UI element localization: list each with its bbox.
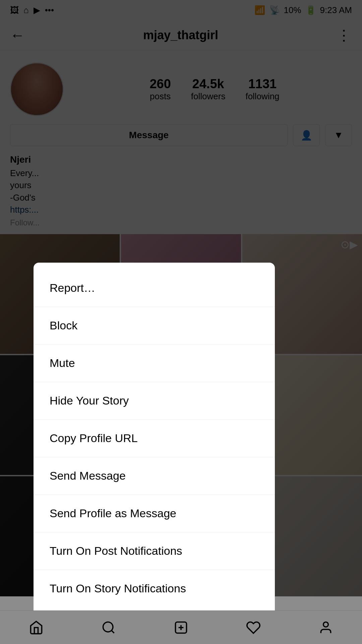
menu-item-story-notifications[interactable]: Turn On Story Notifications	[34, 570, 275, 607]
menu-item-copy-url[interactable]: Copy Profile URL	[34, 420, 275, 457]
context-menu: Report… Block Mute Hide Your Story Copy …	[34, 263, 275, 610]
menu-item-send-profile[interactable]: Send Profile as Message	[34, 495, 275, 532]
menu-item-block[interactable]: Block	[34, 307, 275, 344]
menu-item-mute[interactable]: Mute	[34, 344, 275, 382]
menu-item-send-message[interactable]: Send Message	[34, 457, 275, 495]
menu-item-report[interactable]: Report…	[34, 269, 275, 307]
menu-item-hide-story[interactable]: Hide Your Story	[34, 382, 275, 420]
menu-item-post-notifications[interactable]: Turn On Post Notifications	[34, 532, 275, 570]
